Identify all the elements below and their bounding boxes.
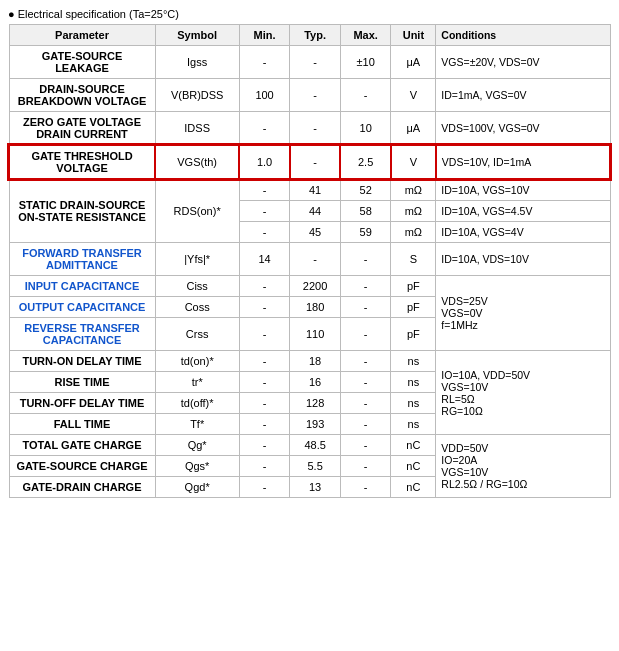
table-cell: - xyxy=(239,201,290,222)
section-title: ● Electrical specification (Ta=25°C) xyxy=(8,8,611,20)
table-cell: S xyxy=(391,243,436,276)
table-cell: 52 xyxy=(340,179,391,201)
table-cell: - xyxy=(340,297,391,318)
symbol-cell: |Yfs|* xyxy=(155,243,239,276)
table-row: DRAIN-SOURCE BREAKDOWN VOLTAGEV(BR)DSS10… xyxy=(9,79,610,112)
table-cell: 13 xyxy=(290,477,341,498)
table-cell: - xyxy=(239,276,290,297)
spec-table: Parameter Symbol Min. Typ. Max. Unit Con… xyxy=(8,24,611,498)
param-cell: FALL TIME xyxy=(9,414,155,435)
table-cell: - xyxy=(290,243,341,276)
conditions-cell: IO=10A, VDD=50VVGS=10VRL=5ΩRG=10Ω xyxy=(436,351,610,435)
param-cell: FORWARD TRANSFER ADMITTANCE xyxy=(9,243,155,276)
table-cell: pF xyxy=(391,318,436,351)
table-cell: μA xyxy=(391,46,436,79)
table-cell: 180 xyxy=(290,297,341,318)
table-cell: - xyxy=(239,297,290,318)
table-cell: 45 xyxy=(290,222,341,243)
conditions-cell: VDS=100V, VGS=0V xyxy=(436,112,610,146)
symbol-cell: td(off)* xyxy=(155,393,239,414)
param-cell: GATE THRESHOLD VOLTAGE xyxy=(9,145,155,179)
table-cell: - xyxy=(239,477,290,498)
table-cell: - xyxy=(340,477,391,498)
table-row-highlighted: GATE THRESHOLD VOLTAGEVGS(th)1.0-2.5VVDS… xyxy=(9,145,610,179)
param-cell: TOTAL GATE CHARGE xyxy=(9,435,155,456)
table-cell: ns xyxy=(391,372,436,393)
table-cell: - xyxy=(239,112,290,146)
table-cell: 16 xyxy=(290,372,341,393)
table-row: ZERO GATE VOLTAGE DRAIN CURRENTIDSS--10μ… xyxy=(9,112,610,146)
header-symbol: Symbol xyxy=(155,25,239,46)
table-cell: V xyxy=(391,79,436,112)
table-cell: 59 xyxy=(340,222,391,243)
conditions-cell: ID=10A, VGS=10V xyxy=(436,179,610,201)
symbol-cell: Tf* xyxy=(155,414,239,435)
table-cell: 48.5 xyxy=(290,435,341,456)
conditions-cell: VDS=25VVGS=0Vf=1MHz xyxy=(436,276,610,351)
param-cell: INPUT CAPACITANCE xyxy=(9,276,155,297)
symbol-cell: tr* xyxy=(155,372,239,393)
param-cell: REVERSE TRANSFER CAPACITANCE xyxy=(9,318,155,351)
table-cell: - xyxy=(340,456,391,477)
table-cell: - xyxy=(239,435,290,456)
table-cell: - xyxy=(340,243,391,276)
table-body: GATE-SOURCE LEAKAGEIgss--±10μAVGS=±20V, … xyxy=(9,46,610,498)
symbol-cell: Coss xyxy=(155,297,239,318)
table-cell: - xyxy=(239,393,290,414)
table-cell: 193 xyxy=(290,414,341,435)
conditions-cell: ID=10A, VDS=10V xyxy=(436,243,610,276)
table-cell: 100 xyxy=(239,79,290,112)
table-cell: nC xyxy=(391,435,436,456)
header-parameter: Parameter xyxy=(9,25,155,46)
symbol-cell: Qgd* xyxy=(155,477,239,498)
table-cell: - xyxy=(340,351,391,372)
table-cell: ±10 xyxy=(340,46,391,79)
table-cell: mΩ xyxy=(391,179,436,201)
table-cell: - xyxy=(340,318,391,351)
table-cell: 1.0 xyxy=(239,145,290,179)
table-cell: - xyxy=(239,456,290,477)
table-cell: nC xyxy=(391,456,436,477)
param-cell: ZERO GATE VOLTAGE DRAIN CURRENT xyxy=(9,112,155,146)
table-cell: 128 xyxy=(290,393,341,414)
param-cell: GATE-DRAIN CHARGE xyxy=(9,477,155,498)
param-cell: TURN-OFF DELAY TIME xyxy=(9,393,155,414)
param-cell: OUTPUT CAPACITANCE xyxy=(9,297,155,318)
param-cell: GATE-SOURCE CHARGE xyxy=(9,456,155,477)
conditions-cell: ID=10A, VGS=4.5V xyxy=(436,201,610,222)
table-cell: - xyxy=(340,435,391,456)
table-row: TOTAL GATE CHARGEQg*-48.5-nCVDD=50VIO=20… xyxy=(9,435,610,456)
table-cell: - xyxy=(239,318,290,351)
table-cell: ns xyxy=(391,351,436,372)
table-cell: - xyxy=(239,414,290,435)
table-cell: 18 xyxy=(290,351,341,372)
conditions-cell: VDS=10V, ID=1mA xyxy=(436,145,610,179)
param-cell: TURN-ON DELAY TIME xyxy=(9,351,155,372)
symbol-cell: Ciss xyxy=(155,276,239,297)
table-cell: - xyxy=(239,372,290,393)
symbol-cell: V(BR)DSS xyxy=(155,79,239,112)
param-cell: RISE TIME xyxy=(9,372,155,393)
conditions-cell: ID=10A, VGS=4V xyxy=(436,222,610,243)
table-cell: V xyxy=(391,145,436,179)
table-cell: - xyxy=(340,414,391,435)
table-cell: - xyxy=(340,276,391,297)
symbol-cell: Qgs* xyxy=(155,456,239,477)
table-cell: ns xyxy=(391,393,436,414)
header-unit: Unit xyxy=(391,25,436,46)
table-cell: 2.5 xyxy=(340,145,391,179)
table-cell: - xyxy=(239,351,290,372)
page-container: ● Electrical specification (Ta=25°C) Par… xyxy=(0,0,619,506)
table-cell: mΩ xyxy=(391,222,436,243)
table-cell: - xyxy=(290,79,341,112)
table-cell: ns xyxy=(391,414,436,435)
symbol-cell: td(on)* xyxy=(155,351,239,372)
symbol-cell: Igss xyxy=(155,46,239,79)
symbol-cell: Qg* xyxy=(155,435,239,456)
param-cell: DRAIN-SOURCE BREAKDOWN VOLTAGE xyxy=(9,79,155,112)
table-cell: - xyxy=(239,179,290,201)
table-cell: - xyxy=(290,46,341,79)
table-cell: pF xyxy=(391,276,436,297)
table-cell: 14 xyxy=(239,243,290,276)
header-typ: Typ. xyxy=(290,25,341,46)
